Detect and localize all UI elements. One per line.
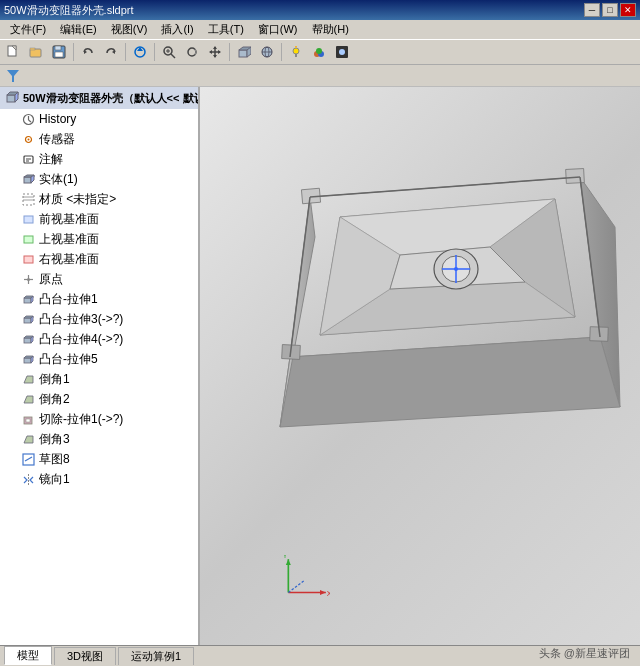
feature-tree: 50W滑动变阻器外壳（默认人<< 默认>...) History 传感器 注解 xyxy=(0,87,200,645)
svg-marker-35 xyxy=(7,70,19,82)
tree-item-mirror1[interactable]: 镜向1 xyxy=(0,469,198,489)
svg-marker-49 xyxy=(31,175,34,183)
display-style-button[interactable] xyxy=(256,41,278,63)
tab-3d-view[interactable]: 3D视图 xyxy=(54,647,116,665)
svg-point-43 xyxy=(27,138,29,140)
maximize-button[interactable]: □ xyxy=(602,3,618,17)
svg-rect-6 xyxy=(55,46,61,50)
svg-rect-55 xyxy=(24,256,33,263)
minimize-button[interactable]: ─ xyxy=(584,3,600,17)
tab-model[interactable]: 模型 xyxy=(4,646,52,665)
tree-item-top-plane[interactable]: 上视基准面 xyxy=(0,229,198,249)
light-button[interactable] xyxy=(285,41,307,63)
svg-point-58 xyxy=(27,278,30,281)
chamfer2-icon xyxy=(20,391,36,407)
tree-item-chamfer2[interactable]: 倒角2 xyxy=(0,389,198,409)
svg-marker-19 xyxy=(209,50,212,54)
tree-item-sketch8[interactable]: 草图8 xyxy=(0,449,198,469)
watermark: 头条 @新星速评团 xyxy=(539,646,630,661)
close-button[interactable]: ✕ xyxy=(620,3,636,17)
svg-point-34 xyxy=(339,49,345,55)
sensor-label: 传感器 xyxy=(39,131,75,148)
pan-button[interactable] xyxy=(204,41,226,63)
menu-file[interactable]: 文件(F) xyxy=(4,21,52,38)
svg-point-27 xyxy=(293,48,299,54)
tree-item-origin[interactable]: 原点 xyxy=(0,269,198,289)
svg-rect-47 xyxy=(24,177,31,183)
tree-item-cut1[interactable]: 切除-拉伸1(->?) xyxy=(0,409,198,429)
toolbar-sep-2 xyxy=(125,43,126,61)
annotation-icon xyxy=(20,151,36,167)
toolbar-sep-3 xyxy=(154,43,155,61)
svg-line-74 xyxy=(25,457,32,461)
material-icon xyxy=(20,191,36,207)
right-plane-label: 右视基准面 xyxy=(39,251,99,268)
top-plane-icon xyxy=(20,231,36,247)
redo-button[interactable] xyxy=(100,41,122,63)
title-bar: 50W滑动变阻器外壳.sldprt ─ □ ✕ xyxy=(0,0,640,20)
origin-label: 原点 xyxy=(39,271,63,288)
menu-tools[interactable]: 工具(T) xyxy=(202,21,250,38)
render-button[interactable] xyxy=(331,41,353,63)
extrude3-icon xyxy=(20,311,36,327)
svg-text:X: X xyxy=(327,589,330,598)
tree-item-sensor[interactable]: 传感器 xyxy=(0,129,198,149)
tree-item-annotation[interactable]: 注解 xyxy=(0,149,198,169)
svg-point-90 xyxy=(454,267,458,271)
tree-item-history[interactable]: History xyxy=(0,109,198,129)
solid-label: 实体(1) xyxy=(39,171,78,188)
undo-button[interactable] xyxy=(77,41,99,63)
viewport[interactable]: X Y xyxy=(200,87,640,645)
save-button[interactable] xyxy=(48,41,70,63)
mirror1-icon xyxy=(20,471,36,487)
svg-marker-8 xyxy=(84,50,87,54)
tree-item-extrude4[interactable]: 凸台-拉伸4(->?) xyxy=(0,329,198,349)
view-orient-button[interactable] xyxy=(233,41,255,63)
svg-marker-99 xyxy=(320,590,326,595)
part-label: 50W滑动变阻器外壳（默认人<< 默认>...) xyxy=(23,91,200,106)
filter-button[interactable] xyxy=(4,67,22,85)
appearances-button[interactable] xyxy=(308,41,330,63)
tree-item-extrude1[interactable]: 凸台-拉伸1 xyxy=(0,289,198,309)
menu-insert[interactable]: 插入(I) xyxy=(155,21,199,38)
tree-item-extrude5[interactable]: 凸台-拉伸5 xyxy=(0,349,198,369)
svg-rect-50 xyxy=(23,194,34,205)
front-plane-icon xyxy=(20,211,36,227)
chamfer3-icon xyxy=(20,431,36,447)
tree-top-item[interactable]: 50W滑动变阻器外壳（默认人<< 默认>...) xyxy=(0,87,198,109)
rotate-button[interactable] xyxy=(181,41,203,63)
chamfer2-label: 倒角2 xyxy=(39,391,70,408)
svg-line-13 xyxy=(171,54,175,58)
menu-view[interactable]: 视图(V) xyxy=(105,21,154,38)
tree-item-chamfer1[interactable]: 倒角1 xyxy=(0,369,198,389)
open-button[interactable] xyxy=(25,41,47,63)
sensor-icon xyxy=(20,131,36,147)
svg-rect-62 xyxy=(24,318,31,323)
status-bar: 模型 3D视图 运动算例1 头条 @新星速评团 xyxy=(0,645,640,665)
tree-item-chamfer3[interactable]: 倒角3 xyxy=(0,429,198,449)
solid-icon xyxy=(20,171,36,187)
history-icon xyxy=(20,111,36,127)
right-plane-icon xyxy=(20,251,36,267)
svg-line-104 xyxy=(288,580,305,593)
mirror1-label: 镜向1 xyxy=(39,471,70,488)
zoom-fit-button[interactable] xyxy=(158,41,180,63)
tree-item-extrude3[interactable]: 凸台-拉伸3(->?) xyxy=(0,309,198,329)
menu-edit[interactable]: 编辑(E) xyxy=(54,21,103,38)
chamfer3-label: 倒角3 xyxy=(39,431,70,448)
rebuild-button[interactable] xyxy=(129,41,151,63)
chamfer1-label: 倒角1 xyxy=(39,371,70,388)
tree-item-right-plane[interactable]: 右视基准面 xyxy=(0,249,198,269)
menu-help[interactable]: 帮助(H) xyxy=(306,21,355,38)
svg-point-32 xyxy=(316,48,322,54)
svg-rect-28 xyxy=(295,54,297,57)
toolbar-sep-4 xyxy=(229,43,230,61)
tree-item-material[interactable]: 材质 <未指定> xyxy=(0,189,198,209)
tree-item-solid[interactable]: 实体(1) xyxy=(0,169,198,189)
tree-item-front-plane[interactable]: 前视基准面 xyxy=(0,209,198,229)
tab-motion[interactable]: 运动算例1 xyxy=(118,647,194,665)
svg-marker-17 xyxy=(213,46,217,49)
new-button[interactable] xyxy=(2,41,24,63)
toolbar-sep-1 xyxy=(73,43,74,61)
menu-window[interactable]: 窗口(W) xyxy=(252,21,304,38)
